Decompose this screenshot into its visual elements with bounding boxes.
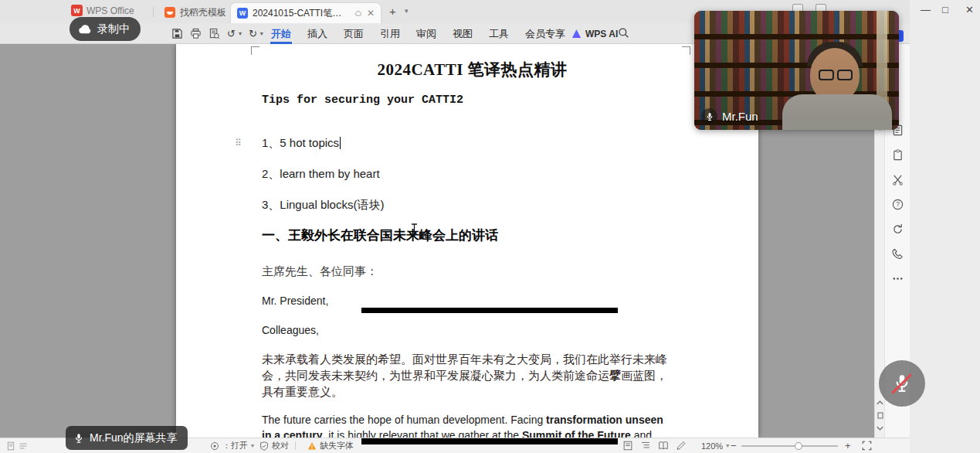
- zoom-out-button[interactable]: −: [731, 438, 737, 453]
- doc-salutation-en-2: Colleagues,: [262, 324, 319, 336]
- word-count-icon[interactable]: [19, 441, 28, 451]
- wps-ai-icon: [571, 29, 582, 39]
- cloud-record-icon: [78, 24, 92, 35]
- proofread-button[interactable]: 校对: [259, 438, 299, 453]
- missing-font-button[interactable]: 缺失字体: [307, 438, 354, 453]
- missing-font-warning-icon: [307, 441, 317, 451]
- save-icon[interactable]: [171, 28, 183, 39]
- mute-toggle-button[interactable]: [879, 360, 925, 407]
- toggle-icon: [210, 441, 219, 451]
- maximize-window-icon[interactable]: □: [942, 4, 948, 15]
- sync-icon[interactable]: [892, 223, 904, 235]
- doc-tab-title: 20241015-CATTI笔译热点精…: [253, 7, 350, 20]
- tab-document-active[interactable]: W 20241015-CATTI笔译热点精… ✕: [230, 2, 381, 23]
- participant-video[interactable]: Mr.Fun: [694, 11, 899, 130]
- tab-docer-templates[interactable]: 找稻壳模板: [158, 3, 232, 22]
- redaction-bar-1: [361, 308, 618, 313]
- zoom-level[interactable]: 120% ▾: [701, 438, 729, 453]
- view-mode-buttons: [622, 438, 687, 453]
- screen-share-indicator[interactable]: Mr.Fun的屏幕共享: [66, 426, 188, 450]
- menu-review[interactable]: 审阅: [415, 23, 437, 44]
- doc-paragraph-cn: 未来承载着人类发展的希望。面对世界百年未有之大变局，我们在此举行未来峰 会，共同…: [262, 352, 694, 400]
- recording-label: 录制中: [97, 22, 130, 36]
- new-tab-button[interactable]: +: [389, 5, 396, 18]
- page-view-icon[interactable]: [622, 441, 633, 451]
- document-page[interactable]: 2024CATTI 笔译热点精讲 Tips for securing your …: [176, 44, 758, 438]
- proofread-icon: [259, 441, 269, 451]
- zoom-slider-track[interactable]: [741, 445, 838, 447]
- doc-list-item-2: 2、learn them by heart: [262, 167, 380, 182]
- redo-chevron-icon[interactable]: ▾: [260, 30, 263, 37]
- close-window-icon[interactable]: ✕: [965, 4, 974, 15]
- doc-subtitle: Tips for securing your CATTI2: [262, 94, 463, 107]
- text-cursor: [340, 137, 341, 149]
- ribbon-menus: 开始 插入 页面 引用 审阅 视图 工具 会员专享: [270, 23, 566, 44]
- doc-heading: 一、王毅外长在联合国未来峰会上的讲话: [262, 226, 498, 244]
- menu-reference[interactable]: 引用: [379, 23, 401, 44]
- scissors-icon[interactable]: [892, 174, 904, 186]
- menu-tools[interactable]: 工具: [488, 23, 510, 44]
- tab-list-chevron-icon[interactable]: ▾: [405, 7, 409, 15]
- menu-page[interactable]: 页面: [343, 23, 365, 44]
- wps-logo-icon: W: [71, 5, 83, 16]
- doc-paragraph-en: The future carries the hope of human dev…: [262, 412, 694, 438]
- paragraph-drag-handle-icon[interactable]: ⠿: [235, 138, 241, 148]
- menu-home[interactable]: 开始: [270, 23, 292, 44]
- tab-divider: [153, 7, 154, 17]
- mic-icon: [701, 108, 717, 124]
- menu-member[interactable]: 会员专享: [524, 23, 566, 44]
- mic-icon: [73, 433, 84, 444]
- menu-view[interactable]: 视图: [452, 23, 473, 44]
- zoom-slider[interactable]: [741, 438, 838, 453]
- wps-ai-label: WPS AI: [585, 29, 618, 39]
- outline-view-icon[interactable]: [640, 441, 651, 451]
- svg-text:?: ?: [896, 200, 900, 208]
- statusbar-toggle[interactable]: ：打开 ▾: [210, 438, 264, 453]
- zoom-slider-thumb[interactable]: [795, 442, 802, 450]
- clipboard-icon[interactable]: [892, 149, 904, 161]
- word-doc-icon: W: [237, 8, 248, 19]
- more-icon[interactable]: [892, 273, 904, 284]
- docer-icon: [164, 7, 175, 18]
- redo-icon[interactable]: ↻: [249, 28, 257, 39]
- undo-chevron-icon[interactable]: ▾: [239, 30, 242, 37]
- search-icon[interactable]: [618, 27, 629, 42]
- statusbar-left-icons: [6, 438, 28, 453]
- fit-page-button[interactable]: [862, 438, 872, 453]
- participant-name: Mr.Fun: [722, 110, 758, 123]
- participant-nametag: Mr.Fun: [701, 108, 758, 124]
- zoom-in-button[interactable]: +: [845, 438, 851, 453]
- doc-list-item-3: 3、Lingual blocks(语块): [262, 198, 384, 213]
- edit-mode-icon[interactable]: [676, 441, 687, 451]
- print-preview-icon[interactable]: [209, 28, 220, 39]
- doc-title: 2024CATTI 笔译热点精讲: [262, 59, 683, 80]
- cloud-sync-icon: [354, 9, 362, 19]
- doc-list-item-1: 1、5 hot topics: [262, 136, 341, 151]
- minimize-window-icon[interactable]: —: [921, 4, 931, 15]
- wps-home-label: WPS Office: [86, 5, 134, 16]
- print-icon[interactable]: [190, 28, 202, 39]
- doc-salutation-cn: 主席先生、各位同事：: [262, 264, 378, 279]
- phone-icon[interactable]: [892, 248, 904, 260]
- wps-ai-button[interactable]: WPS AI: [571, 23, 618, 44]
- toggle-chevron-icon: ▾: [251, 442, 254, 449]
- statusbar-divider: [295, 441, 296, 450]
- tab-docer-label: 找稻壳模板: [180, 6, 226, 19]
- quick-access-toolbar: ↺▾ ↻▾: [171, 23, 263, 44]
- help-icon[interactable]: ?: [892, 199, 904, 210]
- undo-icon[interactable]: ↺: [227, 28, 236, 39]
- close-tab-icon[interactable]: ✕: [367, 9, 375, 18]
- read-mode-icon[interactable]: [658, 441, 669, 451]
- menu-insert[interactable]: 插入: [307, 23, 328, 44]
- recording-badge[interactable]: 录制中: [70, 17, 141, 41]
- zoom-chevron-icon: ▾: [726, 442, 729, 449]
- wps-home-button[interactable]: W WPS Office: [71, 5, 134, 16]
- meeting-screen-share: W WPS Office 找稻壳模板 W 20241015-CATTI笔译热点精…: [0, 0, 980, 453]
- margin-mark-left: [251, 46, 259, 55]
- mouse-ibeam-cursor: [411, 223, 418, 238]
- redaction-bar-2: [361, 438, 618, 444]
- screen-share-label: Mr.Fun的屏幕共享: [90, 431, 178, 445]
- doc-salutation-en-1: Mr. President,: [262, 295, 328, 307]
- margin-mark-right: [682, 46, 690, 55]
- page-info-icon[interactable]: [6, 441, 15, 451]
